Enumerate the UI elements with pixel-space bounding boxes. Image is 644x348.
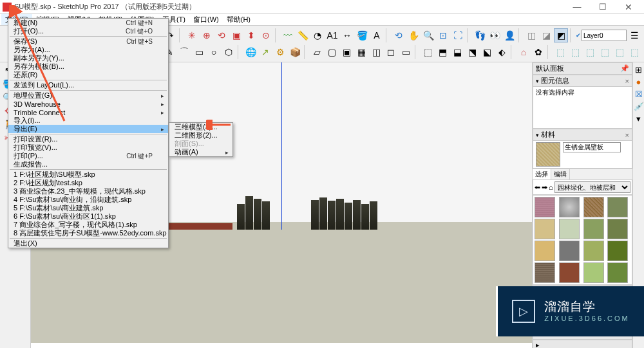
material-thumb[interactable]: [583, 262, 604, 283]
protractor-icon[interactable]: ◔: [310, 28, 325, 42]
position-camera-icon[interactable]: 👤: [502, 28, 516, 42]
solid-union-icon[interactable]: ⬚: [553, 45, 567, 59]
close-button[interactable]: ✕: [616, 0, 641, 14]
look-icon[interactable]: 👀: [488, 28, 502, 42]
material-thumb[interactable]: [535, 197, 555, 217]
layer-combo[interactable]: Layer0: [582, 30, 627, 41]
solid-subtract-icon[interactable]: ⬚: [568, 45, 582, 59]
material-thumb[interactable]: [559, 241, 580, 261]
side-icon[interactable]: ☒: [635, 89, 643, 99]
section-fill-icon[interactable]: ◩: [554, 28, 568, 42]
material-name-field[interactable]: [563, 142, 621, 152]
menu-window[interactable]: 窗口(W): [189, 14, 223, 25]
tray-header[interactable]: 默认面板 📌: [533, 62, 632, 75]
tray-collapsed[interactable]: ▸: [533, 340, 632, 348]
material-preview[interactable]: [536, 142, 560, 167]
entity-close-icon[interactable]: ×: [625, 77, 629, 85]
move-icon[interactable]: ⊕: [200, 28, 214, 42]
top-icon[interactable]: ⬒: [435, 45, 450, 59]
solid-trim-icon[interactable]: ⬚: [598, 45, 612, 59]
zoom-window-icon[interactable]: ⊡: [436, 28, 450, 42]
minimize-button[interactable]: —: [564, 0, 590, 14]
offset-icon[interactable]: ⊙: [259, 28, 273, 42]
zoom-icon[interactable]: 🔍: [421, 28, 435, 42]
warehouse-icon[interactable]: 🌐: [243, 45, 258, 59]
arc-icon[interactable]: ⌒: [177, 45, 191, 59]
back-icon[interactable]: ⬕: [480, 45, 494, 59]
section-icon[interactable]: ◫: [524, 28, 538, 42]
building-icon[interactable]: ⌂: [516, 45, 531, 59]
entity-info-header[interactable]: ▾ 图元信息 ×: [533, 75, 632, 87]
fwd-icon[interactable]: ➡: [542, 183, 547, 192]
share-icon[interactable]: ↗: [258, 45, 272, 59]
collapse-icon[interactable]: ▾: [536, 78, 539, 84]
style-hidden-icon[interactable]: ▢: [325, 45, 339, 59]
left-icon[interactable]: ⬖: [495, 45, 509, 59]
collapse-icon[interactable]: ▾: [536, 132, 539, 138]
3dtext-icon[interactable]: A: [370, 28, 384, 42]
style-wireframe-icon[interactable]: ▱: [310, 45, 324, 59]
style-xray-icon[interactable]: ◻: [384, 45, 398, 59]
material-thumb[interactable]: [607, 262, 628, 283]
material-category-combo[interactable]: 园林绿化、地被层和: [554, 181, 630, 193]
text-icon[interactable]: A1: [325, 28, 339, 42]
material-thumb[interactable]: [535, 241, 555, 261]
material-thumb[interactable]: [559, 197, 580, 217]
solid-intersect-icon[interactable]: ⬚: [583, 45, 597, 59]
front-icon[interactable]: ⬓: [450, 45, 464, 59]
home-icon[interactable]: ⌂: [549, 183, 553, 191]
maximize-button[interactable]: ☐: [590, 0, 616, 14]
material-thumb[interactable]: [559, 219, 580, 239]
layer-vis-icon[interactable]: ✔: [576, 32, 581, 39]
extension-icon[interactable]: ⚙: [273, 45, 287, 59]
orbit-icon[interactable]: ⟲: [392, 28, 406, 42]
rect-icon[interactable]: ▭: [192, 45, 206, 59]
scale-icon[interactable]: ▣: [229, 28, 243, 42]
material-thumb[interactable]: [535, 219, 555, 239]
solid-split-icon[interactable]: ⬚: [612, 45, 627, 59]
select-tab[interactable]: 选择: [533, 169, 551, 179]
rotate-icon[interactable]: ⟲: [214, 28, 229, 42]
side-icon[interactable]: ●: [636, 77, 641, 87]
dimension-icon[interactable]: ↔: [340, 28, 354, 42]
material-thumb[interactable]: [583, 219, 604, 239]
circle-icon[interactable]: ○: [207, 45, 221, 59]
edit-tab[interactable]: 编辑: [551, 169, 570, 179]
tray-pin-icon[interactable]: 📌: [620, 64, 629, 73]
menu-help[interactable]: 帮助(H): [223, 14, 254, 25]
layer-manager-icon[interactable]: ☰: [627, 28, 641, 42]
iso-icon[interactable]: ⬚: [421, 45, 435, 59]
paint-icon[interactable]: 🪣: [355, 28, 369, 42]
section-display-icon[interactable]: ◪: [539, 28, 553, 42]
style-mono-icon[interactable]: ◫: [369, 45, 383, 59]
freehand-icon[interactable]: 〰: [281, 28, 295, 42]
tape-icon[interactable]: 📏: [296, 28, 310, 42]
side-icon[interactable]: ⊞: [635, 65, 642, 75]
export-animation[interactable]: 动画(A)▸: [169, 148, 232, 156]
material-thumb[interactable]: [559, 262, 580, 283]
solid-outer-icon[interactable]: ⬚: [627, 45, 641, 59]
material-thumb[interactable]: [583, 197, 604, 217]
polygon-icon[interactable]: ⬡: [222, 45, 236, 59]
style-shaded-icon[interactable]: ▣: [339, 45, 354, 59]
menu-report[interactable]: 生成报告...: [8, 160, 168, 169]
eyedropper-icon[interactable]: 💉: [634, 102, 644, 111]
material-thumb[interactable]: [583, 241, 604, 261]
material-thumb[interactable]: [607, 197, 628, 217]
menu-exit[interactable]: 退出(X): [8, 239, 168, 248]
style-back-icon[interactable]: ▭: [399, 45, 413, 59]
style-texture-icon[interactable]: ▦: [354, 45, 368, 59]
back-icon[interactable]: ⬅: [535, 183, 540, 192]
pushpull-icon[interactable]: ⬍: [244, 28, 258, 42]
component-icon[interactable]: 📦: [288, 45, 302, 59]
material-thumb[interactable]: [607, 241, 628, 261]
pan-icon[interactable]: ✋: [406, 28, 421, 42]
zoom-extents-icon[interactable]: ⛶: [451, 28, 465, 42]
menu-recent-8[interactable]: 8 高层建筑住宅房子SU模型-www.52edy.com.skp: [8, 229, 168, 237]
material-thumb[interactable]: [535, 262, 555, 283]
material-thumb[interactable]: [607, 219, 628, 239]
right-icon[interactable]: ⬔: [465, 45, 479, 59]
edit-icon[interactable]: ✿: [531, 45, 545, 59]
side-icon[interactable]: ▾: [636, 114, 641, 124]
materials-header[interactable]: ▾ 材料 ×: [533, 129, 632, 141]
